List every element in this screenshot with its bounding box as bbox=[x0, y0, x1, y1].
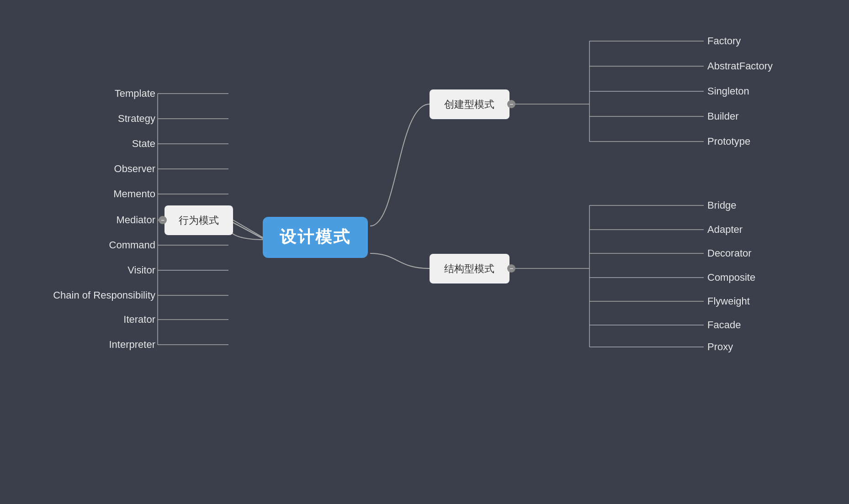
label-observer: Observer bbox=[114, 163, 155, 174]
label-chain: Chain of Responsibility bbox=[53, 289, 155, 301]
node-xing-wei-label: 行为模式 bbox=[179, 215, 219, 226]
svg-text:−: − bbox=[509, 100, 513, 108]
label-interpreter: Interpreter bbox=[109, 339, 156, 350]
label-visitor: Visitor bbox=[127, 264, 155, 276]
node-center-label: 设计模式 bbox=[280, 227, 351, 246]
label-adapter: Adapter bbox=[707, 224, 743, 235]
label-mediator: Mediator bbox=[116, 214, 155, 226]
label-bridge: Bridge bbox=[707, 200, 737, 211]
svg-text:−: − bbox=[509, 265, 513, 272]
node-chuang-jian-label: 创建型模式 bbox=[444, 99, 494, 110]
label-singleton: Singleton bbox=[707, 85, 749, 97]
label-template: Template bbox=[115, 88, 155, 99]
label-proxy: Proxy bbox=[707, 341, 733, 352]
label-command: Command bbox=[109, 239, 155, 251]
node-jie-gou-label: 结构型模式 bbox=[444, 263, 494, 274]
label-strategy: Strategy bbox=[118, 113, 155, 124]
label-state: State bbox=[132, 138, 155, 149]
label-factory: Factory bbox=[707, 35, 741, 47]
label-iterator: Iterator bbox=[123, 314, 155, 325]
label-facade: Facade bbox=[707, 319, 741, 331]
label-abstrat-factory: AbstratFactory bbox=[707, 60, 773, 72]
label-decorator: Decorator bbox=[707, 247, 752, 259]
label-flyweight: Flyweight bbox=[707, 295, 750, 307]
svg-text:−: − bbox=[161, 216, 164, 224]
label-builder: Builder bbox=[707, 110, 738, 122]
svg-line-13 bbox=[228, 220, 265, 240]
label-prototype: Prototype bbox=[707, 136, 750, 147]
svg-line-33 bbox=[233, 220, 263, 237]
label-memento: Memento bbox=[113, 188, 155, 200]
label-composite: Composite bbox=[707, 272, 755, 283]
